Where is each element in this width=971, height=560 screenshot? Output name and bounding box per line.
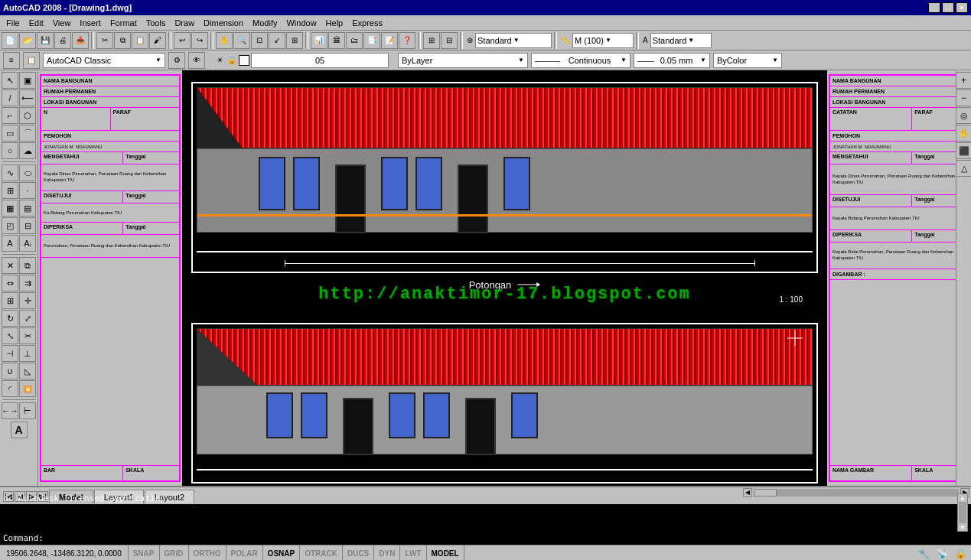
field-button[interactable]: ⊞ <box>423 32 440 49</box>
named-views-dropdown[interactable]: Standard ▼ <box>475 33 552 48</box>
scrollbar-v-cmd[interactable]: ▲ ▼ <box>957 493 968 532</box>
select-button[interactable]: ▣ <box>19 72 36 89</box>
help-button[interactable]: ❓ <box>399 32 415 49</box>
linetype-dropdown[interactable]: ——— Continuous ▼ <box>531 53 630 68</box>
layer-settings-button[interactable]: ⚙ <box>168 52 185 69</box>
erase-button[interactable]: ✕ <box>2 257 18 274</box>
extend-button[interactable]: ⊣ <box>2 345 18 362</box>
explode-button[interactable]: 💥 <box>19 380 36 397</box>
copy-obj-button[interactable]: ⧉ <box>19 257 36 274</box>
layer-name-dropdown[interactable]: 05 <box>251 53 389 68</box>
dim-style-button[interactable]: ⊢ <box>19 402 36 419</box>
grid-toggle[interactable]: GRID <box>160 545 189 560</box>
dyn-toggle[interactable]: DYN <box>374 545 400 560</box>
model-toggle[interactable]: MODEL <box>427 545 464 560</box>
open-button[interactable]: 📂 <box>19 32 36 49</box>
menu-window[interactable]: Window <box>282 17 321 29</box>
workspace-dropdown[interactable]: AutoCAD Classic ▼ <box>43 53 165 68</box>
polar-toggle[interactable]: POLAR <box>226 545 263 560</box>
plotstyle-dropdown[interactable]: ByColor ▼ <box>713 53 782 68</box>
snap-toggle[interactable]: SNAP <box>129 545 160 560</box>
mirror-button[interactable]: ⇔ <box>2 275 18 291</box>
cmd-scroll-thumb[interactable] <box>959 502 966 523</box>
menu-draw[interactable]: Draw <box>170 17 199 29</box>
tray-icon-2[interactable]: 📡 <box>934 546 950 561</box>
orbit-right-button[interactable]: ◎ <box>956 107 971 124</box>
menu-modify[interactable]: Modify <box>248 17 282 29</box>
save-button[interactable]: 💾 <box>37 32 54 49</box>
markup-button[interactable]: 📝 <box>381 32 398 49</box>
construction-line-button[interactable]: ⟵ <box>19 90 36 106</box>
tray-icon-1[interactable]: 🔧 <box>916 546 931 561</box>
spline-button[interactable]: ∿ <box>2 164 18 181</box>
insert-button[interactable]: ⊞ <box>2 182 18 199</box>
publish-button[interactable]: 📤 <box>72 32 89 49</box>
ellipse-button[interactable]: ⬭ <box>19 164 36 181</box>
layer-view-button[interactable]: 👁 <box>188 52 205 69</box>
layer-color-dropdown[interactable]: ByLayer ▼ <box>398 53 528 68</box>
array-button[interactable]: ⊞ <box>2 292 18 309</box>
move-button[interactable]: ✛ <box>19 292 36 309</box>
pan-right-button[interactable]: ✋ <box>956 125 971 142</box>
text-label-button[interactable]: A <box>11 422 28 438</box>
dtext-button[interactable]: Aᵢ <box>19 235 36 252</box>
minimize-button[interactable]: _ <box>928 2 940 13</box>
chamfer-button[interactable]: ◺ <box>19 363 36 379</box>
properties-button[interactable]: 📊 <box>311 32 327 49</box>
pan-button[interactable]: ✋ <box>216 32 233 49</box>
redo-button[interactable]: ↪ <box>191 32 208 49</box>
cmd-scroll-down-icon[interactable]: ▼ <box>961 524 965 531</box>
command-input-field[interactable] <box>47 533 968 543</box>
revision-cloud-button[interactable]: ☁ <box>19 142 36 159</box>
copy-button[interactable]: ⧉ <box>114 32 131 49</box>
table-button-left[interactable]: ⊟ <box>19 217 36 234</box>
plot-button[interactable]: 🖨 <box>54 32 71 49</box>
hatch-button[interactable]: ▦ <box>2 200 18 217</box>
zoom-in-right-button[interactable]: + <box>956 72 971 89</box>
toolpalette-button[interactable]: 🗂 <box>346 32 363 49</box>
menu-dimension[interactable]: Dimension <box>199 17 248 29</box>
line-button[interactable]: / <box>2 90 18 106</box>
layer-properties-button[interactable]: ≡ <box>3 52 20 69</box>
point-button[interactable]: · <box>19 182 36 199</box>
designcenter-button[interactable]: 🏛 <box>328 32 345 49</box>
menu-format[interactable]: Format <box>106 17 142 29</box>
join-button[interactable]: ∪ <box>2 363 18 379</box>
menu-insert[interactable]: Insert <box>75 17 106 29</box>
zoom-realtime-button[interactable]: 🔍 <box>233 32 250 49</box>
sheetset-button[interactable]: 📑 <box>363 32 380 49</box>
fillet-button[interactable]: ◜ <box>2 380 18 397</box>
close-button[interactable]: × <box>956 2 968 13</box>
tray-icon-3[interactable]: 🔒 <box>953 546 968 561</box>
menu-file[interactable]: File <box>2 17 24 29</box>
arc-button[interactable]: ⌒ <box>19 125 36 142</box>
zoom-out-right-button[interactable]: − <box>956 90 971 106</box>
scale-button[interactable]: ⤢ <box>19 310 36 327</box>
linear-dim-button[interactable]: ←→ <box>2 402 18 419</box>
trim-button[interactable]: ✂ <box>19 327 36 344</box>
new-button[interactable]: 📄 <box>2 32 18 49</box>
break-button[interactable]: ⊥ <box>19 345 36 362</box>
rotate-button[interactable]: ↻ <box>2 310 18 327</box>
3d-right-button[interactable]: △ <box>956 160 971 177</box>
zoom-extents-button[interactable]: ⊞ <box>286 32 303 49</box>
otrack-toggle[interactable]: OTRACK <box>300 545 343 560</box>
menu-tools[interactable]: Tools <box>142 17 171 29</box>
zoom-window-button[interactable]: ⊡ <box>251 32 268 49</box>
menu-edit[interactable]: Edit <box>24 17 48 29</box>
region-button[interactable]: ◰ <box>2 217 18 234</box>
offset-button[interactable]: ⇉ <box>19 275 36 291</box>
circle-button[interactable]: ○ <box>2 142 18 159</box>
cmd-scroll-up-icon[interactable]: ▲ <box>961 494 965 501</box>
drawing-canvas[interactable]: NAMA BANGUNAN RUMAH PERMANEN LOKASI BANG… <box>38 70 971 486</box>
viewcube-right-button[interactable]: ⬛ <box>956 142 971 159</box>
textstyle-dropdown[interactable]: Standard ▼ <box>650 33 712 48</box>
polyline-button[interactable]: ⌐ <box>2 107 18 124</box>
restore-button[interactable]: □ <box>942 2 954 13</box>
pickbox-button[interactable]: ↖ <box>2 72 18 89</box>
menu-express[interactable]: Express <box>347 17 387 29</box>
osnap-toggle[interactable]: OSNAP <box>263 545 301 560</box>
lineweight-dropdown[interactable]: —— 0.05 mm ▼ <box>634 53 710 68</box>
cut-button[interactable]: ✂ <box>96 32 113 49</box>
zoom-prev-button[interactable]: ↙ <box>269 32 285 49</box>
